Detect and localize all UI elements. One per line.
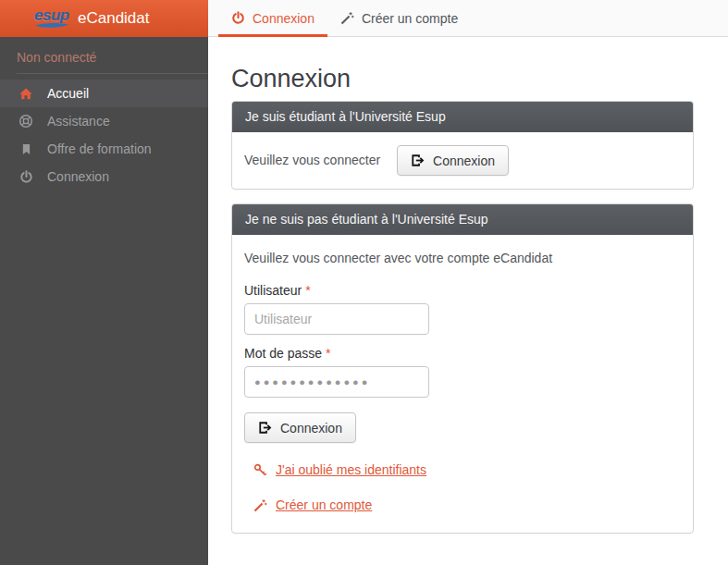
sidebar: esup eCandidat Non connecté Accueil Assi… [0,0,208,565]
login-button-row: Connexion [244,412,681,443]
sidebar-item-offre-de-formation[interactable]: Offre de formation [0,135,208,163]
tab-label: Connexion [253,11,315,26]
cas-connexion-button[interactable]: Connexion [397,145,509,176]
required-marker: * [305,283,310,298]
panel-student-body: Veuillez vous connecter Connexion [232,132,693,189]
esup-logo-text: esup [34,6,69,24]
tab-creer-un-compte[interactable]: Créer un compte [327,0,471,36]
life-ring-icon [19,114,33,129]
ecandidat-connect-prompt: Veuillez vous connecter avec votre compt… [244,250,681,267]
button-label: Connexion [433,154,495,168]
sidebar-item-label: Assistance [47,114,110,129]
login-button[interactable]: Connexion [244,412,356,443]
sidebar-item-connexion[interactable]: Connexion [0,163,208,190]
sidebar-item-accueil[interactable]: Accueil [0,80,208,107]
sign-in-icon [411,154,425,167]
app-title: eCandidat [78,9,150,28]
main-area: Connexion Créer un compte Connexion Je s… [208,0,728,565]
create-account-link[interactable]: Créer un compte [276,497,372,512]
create-account-row: Créer un compte [253,497,681,512]
top-tabbar: Connexion Créer un compte [208,0,728,37]
panel-student: Je suis étudiant à l'Université Esup Veu… [231,101,694,190]
sidebar-item-assistance[interactable]: Assistance [0,107,208,135]
power-icon [19,169,33,184]
magic-wand-icon [340,11,354,25]
forgot-credentials-row: J'ai oublié mes identifiants [253,462,681,477]
page-title: Connexion [231,65,728,92]
sign-in-icon [258,421,272,435]
magic-wand-icon [253,498,267,512]
panel-external-header: Je ne suis pas étudiant à l'Université E… [232,204,693,235]
panel-external-body: Veuillez vous connecter avec votre compt… [232,235,693,533]
ecandidat-app: esup eCandidat Non connecté Accueil Assi… [0,0,728,565]
sidebar-item-label: Offre de formation [47,141,152,156]
username-label: Utilisateur * [244,283,681,299]
power-icon [231,11,245,25]
sidebar-item-label: Connexion [47,169,109,184]
connect-prompt: Veuillez vous connecter [244,152,380,169]
required-marker: * [326,346,330,361]
sidebar-divider [17,73,208,74]
sidebar-menu: Accueil Assistance Offre de formation Co… [0,80,208,190]
forgot-credentials-link[interactable]: J'ai oublié mes identifiants [276,462,426,477]
password-input[interactable] [244,366,429,398]
key-icon [253,463,267,477]
sidebar-item-label: Accueil [47,86,89,101]
esup-logo: esup [34,7,69,29]
connection-status: Non connecté [0,37,208,73]
main-content: Connexion Je suis étudiant à l'Universit… [208,37,728,547]
tab-connexion[interactable]: Connexion [218,0,327,36]
panel-student-header: Je suis étudiant à l'Université Esup [232,102,693,132]
app-header: esup eCandidat [0,0,208,37]
panel-external: Je ne suis pas étudiant à l'Université E… [231,203,694,534]
home-icon [19,86,33,101]
bookmark-icon [19,141,33,156]
button-label: Connexion [280,421,342,436]
tab-label: Créer un compte [362,11,458,26]
password-label: Mot de passe * [244,346,681,362]
username-input[interactable] [244,303,429,335]
